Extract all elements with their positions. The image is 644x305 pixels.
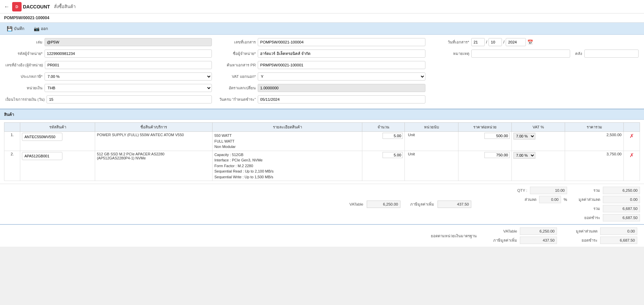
ref-no-input[interactable]	[45, 61, 212, 69]
payment-days-input[interactable]	[47, 95, 212, 103]
bottom-net-row: ยอดชำระ 6,687.50	[564, 237, 637, 244]
doc-date-year-input[interactable]	[506, 38, 526, 46]
logo: D DACCOUNT	[12, 2, 50, 11]
payment-days-label: เงื่อนไขการจ่ายเงิน (วัน)	[5, 96, 45, 102]
book-row: เล่ม	[5, 38, 212, 46]
exchange-rate-row: อัตราแลกเปลี่ยน	[219, 84, 425, 92]
col-vat: VAT %	[511, 123, 565, 132]
col-price: ราคาต่อหน่วย	[458, 123, 511, 132]
vat-select[interactable]: Y	[258, 72, 425, 81]
vat-value: 437.50	[438, 201, 471, 208]
net-value: 6,687.50	[603, 214, 640, 221]
row-no-0: 1.	[4, 132, 20, 151]
due-date-label: วันครบ "กำหนดชำระ"	[219, 96, 256, 102]
back-button[interactable]: ←	[4, 4, 9, 10]
currency-select[interactable]: THB	[45, 84, 212, 92]
pr-search-input[interactable]	[258, 61, 425, 69]
row-code-1	[20, 151, 95, 181]
row-detail-0: 550 WATTFULL WATTNon Modular	[213, 132, 362, 151]
total-suffix-label: รวม	[570, 187, 600, 193]
document-id-bar: POMP5W/00021-100004	[0, 13, 644, 23]
products-table-wrap: รหัสสินค้า ชื่อสินค้า/บริการ รายละเอียดส…	[0, 120, 644, 184]
doc-date-month-input[interactable]	[488, 38, 502, 46]
row-delete-1[interactable]: ✗	[624, 151, 640, 181]
vatable-value: 6,250.00	[367, 201, 400, 208]
toolbar: 💾 บันทึก 📷 ออก	[0, 23, 644, 35]
price-input-0[interactable]	[484, 133, 510, 139]
row-total-0: 2,500.00	[565, 132, 624, 151]
row-qty-1	[362, 151, 405, 181]
net-label: ยอดชำระ	[570, 215, 600, 221]
note-input[interactable]	[471, 50, 570, 58]
net-row: ยอดชำระ 6,687.50	[570, 214, 640, 221]
exit-button[interactable]: 📷 ออก	[30, 24, 51, 33]
col-qty: จำนวน	[362, 123, 405, 132]
row-qty-0	[362, 132, 405, 151]
sum2-value: 6,687.50	[603, 205, 640, 212]
tax-type-select[interactable]: 7.00 %	[45, 72, 212, 81]
qty-input-0[interactable]	[383, 133, 403, 139]
doc-no-label: เลขที่เอกสาร	[219, 39, 256, 45]
row-price-0	[458, 132, 511, 151]
book-input[interactable]	[45, 38, 212, 46]
note-label: หมายเหตุ	[432, 51, 469, 57]
bottom-vat-row: ภาษีมูลค่าเพิ่ม 437.50	[483, 237, 557, 244]
bottom-vatable-row: VATable 6,250.00	[483, 227, 557, 235]
form-section: เล่ม รหัสผู้จำหน่าย* เลขที่อ้างอิง (ผู้จ…	[0, 35, 644, 109]
row-delete-0[interactable]: ✗	[624, 132, 640, 151]
discount-pct: 0.00	[539, 196, 561, 203]
save-button[interactable]: 💾 บันทึก	[3, 24, 28, 33]
sum2-row: รวม 6,687.50	[570, 205, 640, 212]
ref-no-label: เลขที่อ้างอิง (ผู้จำหน่าย)	[5, 62, 43, 68]
payment-days-row: เงื่อนไขการจ่ายเงิน (วัน)	[5, 95, 212, 103]
tax-type-row: ประเภทภาษี* 7.00 %	[5, 72, 212, 81]
bottom-summary: ยอดตามหน่วยเงินมาตรฐาน VATable 6,250.00 …	[0, 224, 644, 247]
supplier-name-input[interactable]	[258, 50, 425, 58]
unit-text-0: Unit	[407, 132, 416, 138]
due-date-row: วันครบ "กำหนดชำระ"	[219, 95, 425, 103]
col-no	[4, 123, 20, 132]
qty-input-1[interactable]	[383, 152, 403, 158]
code-input-0[interactable]	[22, 133, 62, 141]
top-bar: ← D DACCOUNT สั่งซื้อสินค้า	[0, 0, 644, 13]
document-id: POMP5W/00021-100004	[4, 16, 49, 20]
vat-label: ภาษีมูลค่าเพิ่ม	[404, 201, 434, 207]
row-vat-1: 7.00 %	[511, 151, 565, 181]
row-no-1: 2.	[4, 151, 20, 181]
middle-summary: VATable 6,250.00 ภาษีมูลค่าเพิ่ม 437.50 …	[0, 184, 644, 224]
col-detail: รายละเอียดสินค้า	[213, 123, 362, 132]
calendar-icon[interactable]: 📅	[527, 39, 533, 45]
vat-select-1[interactable]: 7.00 %	[513, 152, 535, 159]
table-row: 2. 512 GB SSD M.2 PCIe APACER AS2280(AP5…	[4, 151, 640, 181]
price-input-1[interactable]	[484, 152, 510, 158]
col-unit: หน่วยนับ	[405, 123, 458, 132]
warehouse-input[interactable]	[584, 50, 639, 58]
code-input-1[interactable]	[22, 152, 62, 160]
exchange-rate-input[interactable]	[258, 84, 425, 92]
doc-date-row: วันที่เอกสาร* / / 📅	[432, 38, 639, 46]
ref-no-row: เลขที่อ้างอิง (ผู้จำหน่าย)	[5, 61, 212, 69]
book-label: เล่ม	[5, 39, 43, 45]
vat-label: VAT แยกนอก*	[219, 73, 256, 80]
logo-icon: D	[12, 2, 22, 11]
currency-label: หน่วยเงิน	[5, 85, 43, 91]
vat-select-0[interactable]: 7.00 %	[513, 133, 535, 140]
discount-row: ส่วนลด 0.00 % มูลค่าส่วนลด 0.00	[506, 196, 640, 203]
row-total-1: 3,750.00	[565, 151, 624, 181]
bottom-discount-label: มูลค่าส่วนลด	[564, 228, 597, 234]
row-unit-0: Unit	[405, 132, 458, 151]
tax-type-label: ประเภทภาษี*	[5, 73, 43, 80]
note-row: หมายเหตุ คลัง	[432, 50, 639, 58]
due-date-input[interactable]	[258, 95, 425, 103]
std-unit-label: ยอดตามหน่วยเงินมาตรฐาน	[431, 233, 477, 239]
vat-row: VAT แยกนอก* Y	[219, 72, 425, 81]
doc-no-input[interactable]	[258, 38, 425, 46]
warehouse-label: คลัง	[572, 51, 582, 57]
delete-button-1[interactable]: ✗	[629, 152, 634, 158]
delete-button-0[interactable]: ✗	[629, 133, 634, 139]
page-title: สั่งซื้อสินค้า	[54, 3, 76, 10]
pr-search-row: ค้นหาเอกสาร PR	[219, 61, 425, 69]
doc-date-day-input[interactable]	[471, 38, 485, 46]
supplier-code-input[interactable]	[45, 50, 212, 58]
row-price-1	[458, 151, 511, 181]
